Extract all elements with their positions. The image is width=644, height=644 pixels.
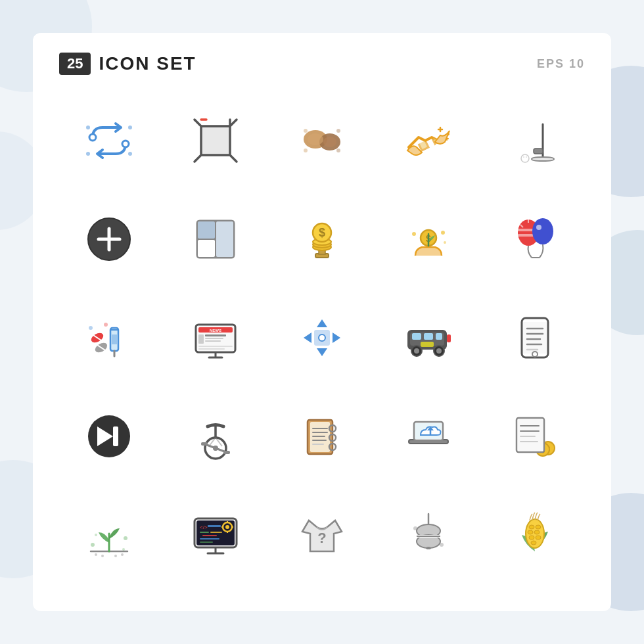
svg-marker-83 (333, 333, 340, 343)
icon-grid: $ $ (59, 95, 585, 581)
icon-bus[interactable] (379, 292, 478, 384)
svg-text:</>: </> (200, 524, 208, 530)
svg-point-174 (440, 543, 444, 547)
icon-peanuts[interactable] (272, 95, 372, 187)
icon-skip-forward[interactable] (59, 390, 159, 482)
icon-cloud-laptop[interactable] (379, 390, 478, 482)
svg-rect-34 (197, 221, 216, 239)
svg-rect-157 (210, 532, 222, 533)
svg-point-18 (336, 129, 340, 133)
icon-money-trophy[interactable]: $ (272, 193, 372, 285)
main-container: 25 ICON SET EPS 10 (33, 33, 611, 611)
svg-point-67 (104, 323, 108, 327)
svg-point-181 (529, 536, 534, 540)
svg-point-4 (128, 126, 132, 129)
icon-crop[interactable] (166, 95, 265, 187)
svg-point-0 (89, 134, 96, 141)
icon-layout[interactable] (166, 193, 265, 285)
icon-investment[interactable]: $ (379, 193, 478, 285)
svg-point-56 (536, 225, 541, 230)
svg-point-146 (95, 553, 97, 556)
svg-rect-95 (447, 334, 451, 342)
svg-point-179 (528, 530, 533, 534)
icon-news-monitor[interactable]: NEWS (166, 292, 265, 384)
svg-point-92 (414, 348, 419, 354)
svg-point-144 (95, 534, 97, 536)
icon-route[interactable] (59, 95, 159, 187)
svg-point-147 (101, 555, 104, 557)
svg-point-66 (89, 326, 93, 330)
svg-rect-75 (198, 334, 204, 344)
icon-spinning-top[interactable] (379, 489, 478, 581)
svg-rect-113 (223, 451, 230, 454)
icon-golf[interactable] (485, 95, 585, 187)
svg-point-145 (122, 548, 125, 551)
svg-point-175 (426, 547, 431, 549)
icon-corn[interactable] (485, 489, 585, 581)
svg-point-20 (336, 149, 340, 152)
svg-rect-77 (205, 340, 221, 342)
svg-point-94 (436, 348, 442, 354)
svg-point-28 (523, 156, 524, 158)
svg-line-111 (205, 444, 226, 452)
svg-point-49 (444, 241, 446, 244)
icon-dev-monitor[interactable]: </> (166, 489, 265, 581)
header: 25 ICON SET EPS 10 (59, 53, 585, 75)
svg-point-183 (531, 541, 536, 545)
svg-point-55 (532, 218, 553, 244)
svg-rect-26 (534, 149, 543, 154)
svg-point-29 (526, 156, 527, 158)
svg-point-178 (536, 525, 541, 529)
svg-point-16 (323, 137, 336, 147)
svg-point-3 (86, 152, 90, 156)
svg-point-149 (121, 553, 124, 556)
svg-rect-90 (436, 333, 442, 340)
icon-move[interactable] (272, 292, 372, 384)
svg-text:?: ? (317, 530, 326, 546)
svg-point-48 (412, 232, 416, 236)
icon-add-circle[interactable] (59, 193, 159, 285)
svg-rect-59 (112, 334, 117, 344)
svg-point-27 (521, 154, 529, 162)
svg-text:NEWS: NEWS (210, 329, 221, 333)
icon-tshirt[interactable]: ? (272, 489, 372, 581)
svg-point-162 (225, 525, 229, 529)
icon-mobile-list[interactable] (485, 292, 585, 384)
svg-rect-79 (198, 348, 225, 350)
svg-rect-76 (205, 338, 223, 339)
icon-medicine[interactable] (59, 292, 159, 384)
svg-rect-6 (201, 126, 230, 155)
icon-plant-sprout[interactable] (59, 489, 159, 581)
badge-number: 25 (59, 53, 91, 75)
icon-book-scroll[interactable] (272, 390, 372, 482)
svg-line-7 (195, 120, 201, 126)
svg-point-180 (534, 530, 540, 534)
svg-marker-82 (304, 333, 311, 343)
svg-point-19 (304, 149, 308, 152)
svg-point-177 (529, 525, 534, 529)
svg-point-5 (128, 152, 132, 156)
svg-marker-80 (317, 319, 327, 327)
icon-unicycle[interactable] (166, 390, 265, 482)
svg-line-9 (195, 155, 201, 162)
icon-handshake[interactable] (379, 95, 478, 187)
svg-rect-89 (424, 333, 433, 340)
header-left: 25 ICON SET (59, 53, 196, 75)
svg-text:$: $ (319, 226, 325, 239)
svg-point-148 (114, 555, 117, 557)
svg-rect-155 (208, 525, 221, 527)
svg-point-182 (536, 536, 541, 540)
page-title: ICON SET (99, 53, 196, 74)
svg-rect-96 (421, 342, 434, 347)
icon-financial-doc[interactable]: $ $ (485, 390, 585, 482)
svg-rect-36 (197, 239, 216, 258)
svg-point-143 (124, 536, 127, 540)
icon-balloons[interactable] (485, 193, 585, 285)
svg-point-47 (441, 231, 445, 235)
svg-point-1 (122, 141, 129, 147)
svg-marker-81 (317, 348, 327, 356)
svg-rect-156 (200, 532, 209, 533)
svg-rect-160 (200, 541, 213, 543)
svg-rect-88 (412, 333, 421, 340)
svg-rect-78 (198, 346, 233, 347)
